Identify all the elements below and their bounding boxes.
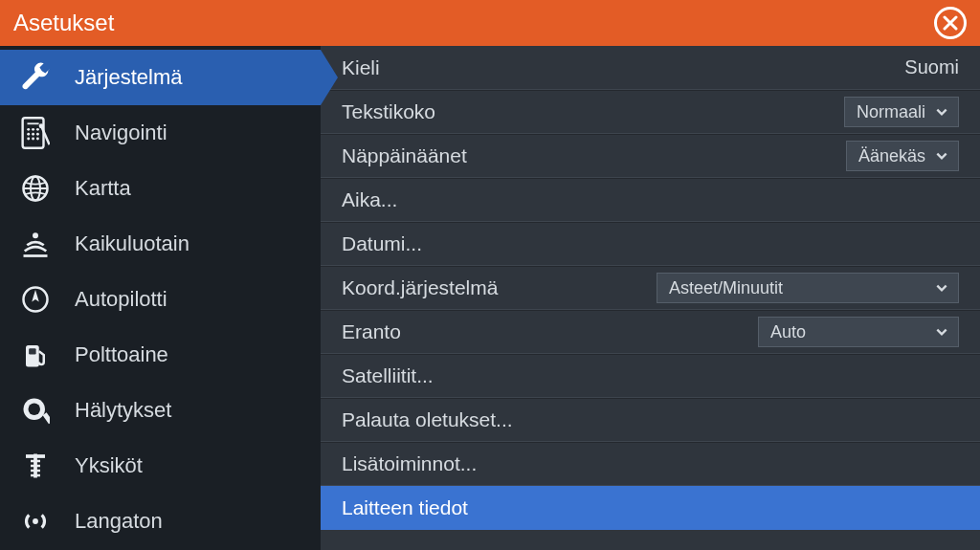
svg-point-3	[32, 128, 34, 131]
sidebar-item-alarms[interactable]: Hälytykset	[0, 383, 321, 438]
setting-row-variation[interactable]: Eranto Auto	[321, 310, 980, 354]
svg-point-6	[32, 133, 34, 136]
setting-row-about[interactable]: Laitteen tiedot	[321, 486, 980, 530]
chevron-down-icon	[935, 325, 948, 339]
setting-label: Satelliitit...	[342, 364, 959, 387]
setting-row-advanced[interactable]: Lisätoiminnot...	[321, 442, 980, 486]
calculator-icon	[17, 115, 54, 151]
titlebar: Asetukset	[0, 0, 980, 46]
sidebar-item-autopilot[interactable]: Autopilotti	[0, 272, 321, 327]
setting-label: Tekstikoko	[342, 100, 844, 123]
sidebar: Järjestelmä Navigointi	[0, 46, 321, 550]
sidebar-item-label: Kaikuluotain	[75, 231, 189, 256]
alarm-icon	[17, 392, 54, 429]
svg-point-29	[33, 518, 38, 524]
text-size-select[interactable]: Normaali	[844, 97, 959, 127]
setting-row-language[interactable]: Kieli Suomi	[321, 46, 980, 90]
chevron-down-icon	[935, 105, 948, 119]
sidebar-item-label: Navigointi	[75, 121, 167, 145]
sidebar-item-label: Langaton	[75, 509, 163, 534]
close-button[interactable]	[934, 7, 967, 39]
svg-rect-19	[29, 348, 36, 354]
window-title: Asetukset	[13, 10, 934, 36]
setting-row-time[interactable]: Aika...	[321, 178, 980, 222]
sidebar-item-sonar[interactable]: Kaikuluotain	[0, 216, 321, 272]
wireless-icon	[17, 503, 54, 539]
globe-icon	[17, 170, 54, 207]
sidebar-item-label: Yksiköt	[75, 453, 143, 478]
setting-label: Näppäinäänet	[342, 144, 846, 167]
svg-point-7	[36, 133, 39, 136]
sidebar-item-fuel[interactable]: Polttoaine	[0, 327, 321, 383]
coord-system-select[interactable]: Asteet/Minuutit	[657, 273, 959, 303]
setting-row-datum[interactable]: Datumi...	[321, 222, 980, 266]
svg-point-10	[36, 138, 39, 141]
settings-window: Asetukset Järjestelmä	[0, 0, 980, 550]
sonar-icon	[17, 226, 54, 262]
setting-label: Aika...	[342, 188, 959, 211]
svg-point-9	[32, 138, 34, 141]
wrench-icon	[17, 59, 54, 96]
svg-point-11	[39, 123, 44, 128]
sidebar-item-label: Järjestelmä	[75, 65, 182, 90]
sidebar-item-label: Polttoaine	[75, 342, 168, 367]
setting-row-satellites[interactable]: Satelliitit...	[321, 354, 980, 398]
settings-panel: Kieli Suomi Tekstikoko Normaali Näppäinä…	[321, 46, 980, 550]
setting-label: Kieli	[342, 56, 904, 79]
sidebar-item-label: Hälytykset	[75, 398, 171, 423]
setting-label: Koord.järjestelmä	[342, 276, 657, 299]
setting-row-coord-system[interactable]: Koord.järjestelmä Asteet/Minuutit	[321, 266, 980, 310]
setting-value: Suomi	[904, 56, 959, 78]
setting-row-text-size[interactable]: Tekstikoko Normaali	[321, 90, 980, 134]
variation-select[interactable]: Auto	[758, 317, 959, 347]
setting-row-key-sounds[interactable]: Näppäinäänet Äänekäs	[321, 134, 980, 178]
svg-point-15	[33, 232, 38, 238]
svg-point-8	[27, 138, 30, 141]
sidebar-item-system[interactable]: Järjestelmä	[0, 50, 321, 105]
select-value: Asteet/Minuutit	[669, 278, 925, 298]
svg-point-4	[36, 128, 39, 131]
compass-icon	[17, 281, 54, 318]
sidebar-item-label: Kartta	[75, 176, 131, 201]
sidebar-item-wireless[interactable]: Langaton	[0, 494, 321, 549]
setting-label: Datumi...	[342, 232, 959, 255]
chevron-down-icon	[935, 281, 948, 295]
select-value: Äänekäs	[858, 146, 925, 166]
chevron-down-icon	[935, 149, 948, 163]
sidebar-item-navigation[interactable]: Navigointi	[0, 105, 321, 161]
close-icon	[943, 10, 958, 36]
sidebar-item-units[interactable]: Yksiköt	[0, 438, 321, 494]
fuel-icon	[17, 337, 54, 373]
select-value: Auto	[770, 322, 925, 342]
setting-label: Laitteen tiedot	[342, 496, 959, 519]
window-body: Järjestelmä Navigointi	[0, 46, 980, 550]
setting-label: Eranto	[342, 320, 758, 343]
setting-label: Palauta oletukset...	[342, 408, 959, 431]
svg-point-2	[27, 128, 30, 131]
setting-row-restore-defaults[interactable]: Palauta oletukset...	[321, 398, 980, 442]
setting-label: Lisätoiminnot...	[342, 452, 959, 475]
sidebar-item-label: Autopilotti	[75, 287, 167, 312]
svg-point-21	[29, 404, 41, 416]
select-value: Normaali	[857, 102, 925, 122]
ruler-icon	[17, 448, 54, 484]
key-sounds-select[interactable]: Äänekäs	[846, 141, 959, 171]
svg-point-5	[27, 133, 30, 136]
sidebar-item-chart[interactable]: Kartta	[0, 161, 321, 216]
